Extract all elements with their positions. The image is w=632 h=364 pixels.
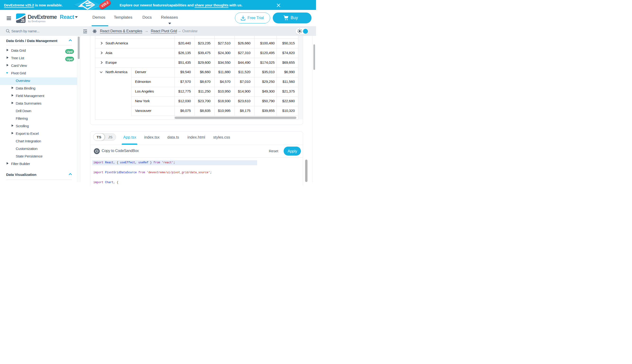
svg-text:JS: JS: [21, 18, 25, 23]
